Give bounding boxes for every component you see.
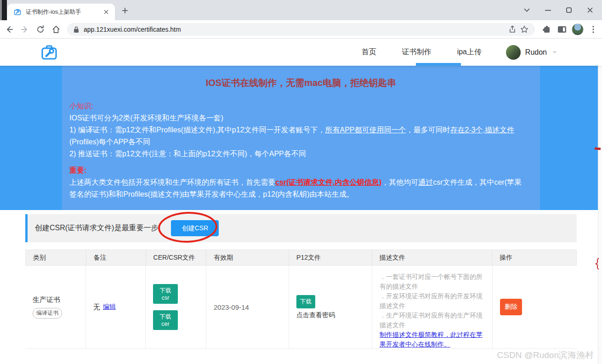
category-badge: 编译证书 bbox=[33, 308, 62, 318]
create-csr-callout: 创建CSR(证书请求文件)是最重要一步 创建CSR bbox=[25, 214, 577, 242]
hero-important-line-2: 签名的证书)和和Profiles(描述文件)由苹果开发者中心生成，p12(内含私… bbox=[69, 188, 533, 200]
forward-icon[interactable] bbox=[18, 23, 31, 36]
browser-toolbar: app.121xuexi.com/certificates.htm bbox=[0, 20, 602, 39]
annotation-red-scribble bbox=[593, 257, 601, 270]
cell-category: 生产证书 编译证书 bbox=[25, 266, 86, 348]
col-header-category: 类别 bbox=[26, 250, 86, 265]
main-nav: 首页 证书制作 ipa上传 bbox=[362, 39, 482, 66]
callout-text: 创建CSR(证书请求文件)是最重要一步 bbox=[35, 223, 158, 233]
user-avatar[interactable] bbox=[506, 45, 521, 60]
extensions-puzzle-icon[interactable] bbox=[540, 23, 552, 35]
site-logo-toolbox-icon[interactable] bbox=[39, 42, 59, 63]
col-header-expiry: 有效期 bbox=[206, 250, 289, 265]
col-header-profile: 描述文件 bbox=[372, 250, 493, 265]
hero-line-3: 2) 推送证书：需p12文件(注意：和上面的p12文件不同)，每个APP各不同 bbox=[69, 148, 533, 160]
user-dropdown-caret-icon bbox=[552, 51, 557, 54]
profile-desc-line: ．生产环境证书对应所有的生产环境描述文件 bbox=[380, 311, 486, 330]
hero-content: IOS证书在线制作，无需mac电脑，拒绝钥匙串 小知识: IOS证书可分为2类(… bbox=[62, 66, 540, 210]
hero-important-line-1: 上述两大类文件包括开发环境和生产环境的所有证书，首先需要csr(证书请求文件,内… bbox=[69, 176, 533, 188]
minimize-button[interactable] bbox=[544, 6, 551, 14]
share-icon[interactable] bbox=[506, 23, 518, 35]
toolbar-right-icons bbox=[540, 23, 599, 36]
hero-line-2-wrap: (Profiles)每个APP各不同 bbox=[69, 136, 533, 148]
profile-desc-line: ．一套证书可对应一个帐号下面的所有的描述文件 bbox=[380, 272, 486, 291]
table-header-row: 类别 备注 CER/CSR文件 有效期 P12文件 描述文件 操作 bbox=[25, 250, 577, 266]
hero-banner: IOS证书在线制作，无需mac电脑，拒绝钥匙串 小知识: IOS证书可分为2类(… bbox=[0, 66, 600, 210]
hero-line-1: IOS证书可分为2类(开发环境和生产环境各一套) bbox=[69, 112, 533, 124]
back-icon[interactable] bbox=[3, 23, 16, 36]
nav-item-certificates[interactable]: 证书制作 bbox=[402, 39, 432, 66]
p12-password-hint[interactable]: 点击查看密码 bbox=[296, 311, 335, 319]
hero-line-2: 1) 编译证书：需p12文件和Profiles(描述文件),其中p12文件同一开… bbox=[69, 124, 533, 136]
cell-expiry: 2023-09-14 bbox=[206, 266, 289, 348]
window-edge bbox=[0, 0, 7, 20]
edit-link[interactable]: 编辑 bbox=[103, 303, 116, 312]
page-scrollbar[interactable] bbox=[598, 39, 602, 364]
user-name: Rudon bbox=[525, 48, 547, 57]
col-header-cer-csr: CER/CSR文件 bbox=[146, 250, 207, 265]
col-header-actions: 操作 bbox=[492, 250, 576, 265]
window-controls bbox=[523, 0, 598, 20]
table-row: 生产证书 编译证书 无编辑 下载csr 下载cer 2023-09-14 下载 … bbox=[25, 266, 577, 349]
address-bar[interactable]: app.121xuexi.com/certificates.htm bbox=[67, 23, 535, 36]
browser-tab[interactable]: 证书制作-ios上架助手 bbox=[7, 4, 115, 20]
hero-title: IOS证书在线制作，无需mac电脑，拒绝钥匙串 bbox=[69, 77, 533, 89]
cell-profile-desc: ．一套证书可对应一个帐号下面的所有的描述文件 ．开发环境证书对应所有的开发环境描… bbox=[372, 266, 493, 348]
maximize-button[interactable] bbox=[565, 6, 573, 14]
cell-p12: 下载 点击查看密码 bbox=[289, 266, 372, 348]
home-icon[interactable] bbox=[50, 23, 62, 36]
col-header-p12: P12文件 bbox=[289, 250, 372, 265]
download-cer-button[interactable]: 下载cer bbox=[153, 310, 178, 330]
tab-title: 证书制作-ios上架助手 bbox=[26, 8, 102, 16]
refresh-icon[interactable] bbox=[34, 23, 47, 36]
profile-tutorial-link[interactable]: 制作描述文件极简教程，此过程在苹果开发者中心在线制作。 bbox=[380, 330, 486, 349]
category-text: 生产证书 bbox=[33, 296, 60, 304]
nav-item-ipa-upload[interactable]: ipa上传 bbox=[457, 39, 482, 66]
browser-titlebar: 证书制作-ios上架助手 bbox=[0, 0, 602, 20]
nav-active-underline bbox=[416, 63, 461, 66]
new-tab-button[interactable] bbox=[120, 6, 130, 15]
tab-search-chevron-icon[interactable] bbox=[523, 6, 530, 14]
cell-cer-csr: 下载csr 下载cer bbox=[146, 266, 206, 348]
download-p12-button[interactable]: 下载 bbox=[296, 295, 315, 308]
bookmark-star-icon[interactable] bbox=[518, 23, 530, 35]
tab-favicon-icon bbox=[14, 8, 21, 16]
profile-desc-line: ．开发环境证书对应所有的开发环境描述文件 bbox=[380, 291, 486, 311]
cell-actions: 删除 bbox=[493, 266, 577, 348]
certificates-table: 类别 备注 CER/CSR文件 有效期 P12文件 描述文件 操作 生产证书 编… bbox=[25, 250, 577, 349]
tab-close-icon[interactable] bbox=[102, 8, 110, 16]
nav-item-home[interactable]: 首页 bbox=[362, 39, 376, 66]
hero-tip-label: 小知识: bbox=[69, 100, 533, 112]
close-window-button[interactable] bbox=[586, 6, 594, 14]
browser-window: 证书制作-ios上架助手 bbox=[0, 0, 602, 364]
url-text: app.121xuexi.com/certificates.htm bbox=[84, 26, 506, 33]
site-header: 首页 证书制作 ipa上传 Rudon bbox=[0, 39, 602, 66]
lock-icon bbox=[74, 26, 79, 33]
delete-button[interactable]: 删除 bbox=[500, 299, 522, 315]
note-text: 无 bbox=[93, 303, 100, 312]
browser-menu-kebab-icon[interactable] bbox=[587, 23, 599, 35]
csdn-watermark: CSDN @Rudon滨海渔村 bbox=[497, 349, 594, 361]
cell-note: 无编辑 bbox=[86, 266, 146, 348]
col-header-note: 备注 bbox=[86, 250, 146, 265]
hero-important-label: 重要: bbox=[69, 165, 533, 176]
side-panel-icon[interactable] bbox=[556, 23, 568, 35]
annotation-red-dash bbox=[595, 148, 601, 150]
create-csr-button[interactable]: 创建CSR bbox=[171, 220, 219, 236]
expiry-date: 2023-09-14 bbox=[214, 303, 249, 311]
user-chip[interactable]: Rudon bbox=[506, 39, 557, 66]
browser-profile-avatar[interactable] bbox=[572, 23, 584, 35]
download-csr-button[interactable]: 下载csr bbox=[153, 284, 178, 304]
